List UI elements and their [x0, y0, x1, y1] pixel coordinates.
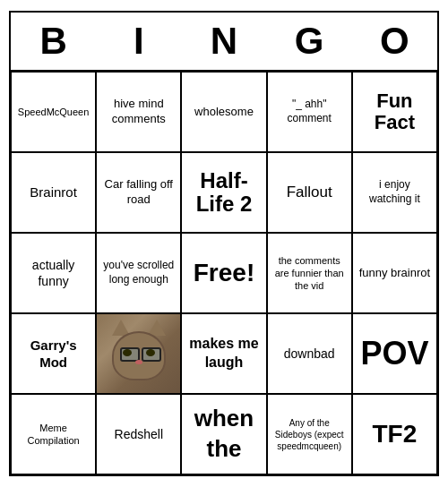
cell-15[interactable]: Garry's Mod	[11, 313, 96, 394]
cell-3[interactable]: "_ ahh" comment	[267, 72, 352, 152]
bingo-grid: SpeedMcQueen hive mind comments wholesom…	[11, 72, 437, 474]
cell-7[interactable]: Half-Life 2	[181, 152, 266, 233]
cell-16-image[interactable]	[96, 313, 181, 394]
cell-1[interactable]: hive mind comments	[96, 72, 181, 152]
cell-18[interactable]: downbad	[267, 313, 352, 394]
cat-nose	[135, 360, 142, 364]
cell-6[interactable]: Car falling off road	[96, 152, 181, 233]
cell-8[interactable]: Fallout	[267, 152, 352, 233]
cell-9[interactable]: i enjoy watching it	[352, 152, 437, 233]
header-letter-i: I	[96, 20, 181, 63]
cell-21[interactable]: Redshell	[96, 394, 181, 474]
header-letter-n: N	[181, 20, 266, 63]
cell-19[interactable]: POV	[352, 313, 437, 394]
cell-4[interactable]: Fun Fact	[352, 72, 437, 152]
bingo-card: B I N G O SpeedMcQueen hive mind comment…	[9, 11, 439, 476]
cell-10[interactable]: actually funny	[11, 233, 96, 313]
cell-20[interactable]: Meme Compilation	[11, 394, 96, 474]
cell-14[interactable]: funny brainrot	[352, 233, 437, 313]
cell-22[interactable]: when the	[181, 394, 266, 474]
header-letter-b: B	[11, 20, 96, 63]
cell-24[interactable]: TF2	[352, 394, 437, 474]
cat-face	[108, 327, 170, 380]
cell-12-free[interactable]: Free!	[181, 233, 266, 313]
cell-2[interactable]: wholesome	[181, 72, 266, 152]
cat-head	[112, 331, 166, 380]
cell-17[interactable]: makes me laugh	[181, 313, 266, 394]
header-letter-o: O	[352, 20, 437, 63]
bingo-header: B I N G O	[11, 13, 437, 72]
cell-13[interactable]: the comments are funnier than the vid	[267, 233, 352, 313]
cell-11[interactable]: you've scrolled long enough	[96, 233, 181, 313]
cat-image	[97, 314, 180, 393]
cat-eye-left	[123, 349, 132, 356]
cat-eye-right	[146, 349, 155, 356]
cell-5[interactable]: Brainrot	[11, 152, 96, 233]
header-letter-g: G	[267, 20, 352, 63]
cell-23[interactable]: Any of the Sideboys (expect speedmcqueen…	[267, 394, 352, 474]
cell-0[interactable]: SpeedMcQueen	[11, 72, 96, 152]
